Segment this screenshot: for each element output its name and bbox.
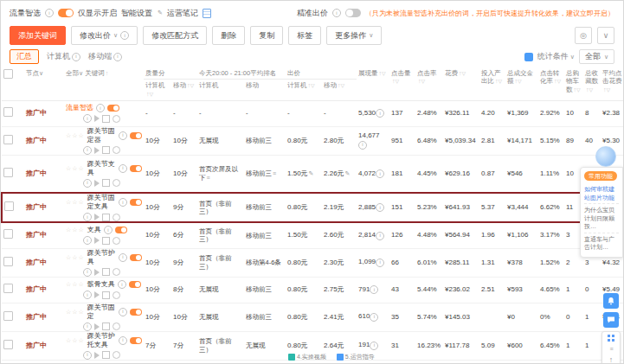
- sub-col-bid-mobile[interactable]: 移动↑▽: [322, 80, 357, 100]
- remove-icon[interactable]: [113, 214, 120, 221]
- info-icon[interactable]: i: [358, 141, 367, 150]
- bid-pc-value[interactable]: 0.80元: [287, 259, 308, 266]
- info-icon[interactable]: i: [376, 232, 384, 240]
- row-checkbox[interactable]: [3, 229, 13, 239]
- help-link[interactable]: 为什么宝贝计划日限额投…: [584, 203, 619, 232]
- box-icon[interactable]: [102, 146, 110, 154]
- info-icon[interactable]: i: [83, 179, 92, 188]
- col-ctr[interactable]: 点击率↑▽: [415, 67, 443, 100]
- smart-toggle[interactable]: [130, 337, 142, 344]
- keyword-link[interactable]: 踝关节固定器: [87, 127, 116, 144]
- info-icon[interactable]: i: [119, 131, 127, 140]
- edit-bid-icon[interactable]: ✎: [345, 170, 351, 176]
- footer-item[interactable]: 4.实操视频: [288, 353, 326, 361]
- info-icon[interactable]: i: [376, 169, 384, 178]
- row-checkbox[interactable]: [3, 284, 13, 293]
- list-icon[interactable]: ≡: [609, 346, 613, 352]
- notification-bell-button[interactable]: [603, 293, 619, 309]
- bid-mobile-value[interactable]: 2.60元: [324, 231, 344, 239]
- row-checkbox[interactable]: [3, 340, 13, 349]
- smart-toggle[interactable]: [129, 281, 141, 288]
- info-icon[interactable]: i: [45, 9, 54, 17]
- info-icon[interactable]: i: [104, 226, 113, 234]
- remove-icon[interactable]: [113, 291, 120, 299]
- keyword-link[interactable]: 踝关节支具: [87, 160, 116, 177]
- remove-icon[interactable]: [113, 179, 120, 187]
- smart-toggle[interactable]: [130, 165, 142, 172]
- tab-mobile[interactable]: 移动端i: [88, 51, 122, 62]
- list-icon[interactable]: ≡: [273, 170, 276, 176]
- info-icon[interactable]: i: [370, 313, 378, 322]
- info-icon[interactable]: i: [83, 236, 92, 245]
- smart-toggle[interactable]: [115, 227, 127, 233]
- remove-icon[interactable]: [113, 237, 120, 245]
- keyword-action-icons[interactable]: i: [83, 322, 142, 331]
- box-icon[interactable]: [102, 351, 110, 359]
- box-icon[interactable]: [102, 268, 110, 276]
- play-icon[interactable]: [94, 237, 100, 244]
- precise-bid-toggle[interactable]: [345, 9, 361, 17]
- box-icon[interactable]: [102, 115, 110, 123]
- box-icon[interactable]: [102, 291, 110, 299]
- bid-mobile-value[interactable]: 2.30元: [324, 259, 344, 266]
- keyword-action-icons[interactable]: i: [83, 146, 142, 155]
- settings-button[interactable]: ◎: [575, 27, 592, 44]
- keyword-link[interactable]: 踝关节护托支具: [87, 332, 116, 349]
- tag-button[interactable]: 标签: [288, 26, 321, 45]
- keyword-action-icons[interactable]: i: [83, 213, 142, 221]
- bid-pc-value[interactable]: 0.80元: [287, 137, 308, 144]
- edit-icon[interactable]: ✎: [158, 10, 163, 16]
- tab-summary[interactable]: 汇总: [10, 49, 39, 64]
- collapse-button[interactable]: ∨: [597, 27, 614, 44]
- bid-mobile-value[interactable]: 2.19元: [324, 203, 344, 211]
- bid-pc-value[interactable]: 0.80元: [287, 203, 308, 211]
- row-checkbox[interactable]: [3, 107, 13, 117]
- bid-pc-value[interactable]: 1.50元: [287, 231, 308, 239]
- info-icon[interactable]: i: [119, 198, 127, 207]
- help-link[interactable]: 如何审核建站图片功能: [584, 183, 619, 203]
- row-checkbox[interactable]: [3, 311, 13, 321]
- play-icon[interactable]: [94, 323, 100, 330]
- col-cpc[interactable]: 平均点击花费↑▽: [601, 67, 624, 100]
- info-icon[interactable]: i: [83, 322, 92, 331]
- info-icon[interactable]: i: [83, 351, 92, 360]
- keyword-link[interactable]: 支具: [87, 226, 101, 234]
- info-icon[interactable]: i: [119, 164, 127, 173]
- tab-pc[interactable]: 计算机i: [47, 51, 80, 62]
- list-icon[interactable]: ≡: [207, 175, 210, 181]
- remove-icon[interactable]: [113, 268, 120, 276]
- bid-pc-value[interactable]: 1.50元: [287, 169, 308, 177]
- box-icon[interactable]: [102, 322, 110, 330]
- smart-toggle[interactable]: [107, 105, 119, 112]
- keyword-link[interactable]: 踝关节固定支具: [87, 194, 116, 211]
- keyword-column-header[interactable]: 关键词↑: [85, 69, 108, 77]
- delete-button[interactable]: 删除: [212, 26, 245, 45]
- bid-mobile-value[interactable]: 2.26元: [324, 169, 344, 177]
- box-icon[interactable]: [102, 237, 110, 245]
- edit-bid-icon[interactable]: ✎: [309, 170, 314, 176]
- info-icon[interactable]: i: [83, 213, 92, 221]
- play-icon[interactable]: [94, 147, 100, 154]
- select-all-checkbox[interactable]: [3, 69, 13, 79]
- info-icon[interactable]: i: [83, 114, 92, 123]
- bid-mobile-value[interactable]: 2.75元: [324, 285, 344, 293]
- info-icon[interactable]: i: [119, 253, 127, 262]
- play-icon[interactable]: [94, 214, 100, 220]
- help-link[interactable]: 直通车与广告计划…: [584, 233, 619, 253]
- info-icon[interactable]: i: [370, 342, 378, 350]
- col-impressions[interactable]: 展现量↑▽: [357, 67, 389, 100]
- info-icon[interactable]: i: [83, 291, 92, 299]
- sub-col-quality-mobile[interactable]: 移动↑▽: [171, 80, 197, 100]
- smart-toggle[interactable]: [130, 132, 142, 139]
- info-icon[interactable]: i: [96, 104, 105, 112]
- document-icon[interactable]: [203, 9, 211, 18]
- bid-mobile-value[interactable]: 2.80元: [324, 137, 344, 144]
- remove-icon[interactable]: [113, 322, 120, 330]
- row-checkbox[interactable]: [3, 168, 13, 177]
- bid-mobile-value[interactable]: -: [324, 109, 326, 117]
- smart-settings-label[interactable]: 智能设置: [121, 8, 152, 19]
- info-icon[interactable]: i: [376, 203, 384, 212]
- info-icon[interactable]: i: [370, 285, 378, 294]
- play-icon[interactable]: [94, 352, 100, 359]
- sub-col-bid-pc[interactable]: 计算机↑▽: [286, 80, 322, 100]
